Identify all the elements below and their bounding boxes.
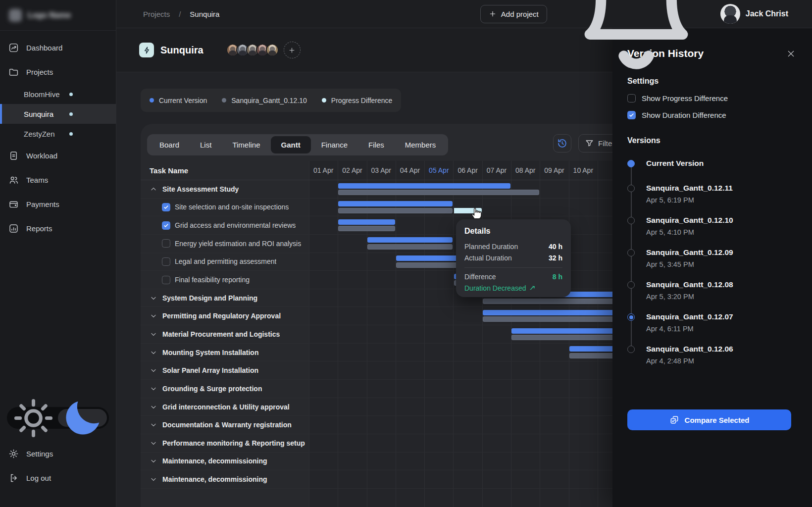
task-label-cell: Final feasibility reporting <box>141 271 309 289</box>
version-radio[interactable] <box>627 249 635 256</box>
task-label-cell: Grid interconnection & Utility approval <box>141 398 309 416</box>
sidebar-item-label: Settings <box>26 450 53 458</box>
sidebar-project-zestyzen[interactable]: ZestyZen <box>0 124 116 144</box>
version-radio[interactable] <box>627 217 635 224</box>
chevron-down-icon[interactable] <box>150 366 157 374</box>
current-version-bar[interactable] <box>338 219 395 225</box>
current-version-bar[interactable] <box>511 328 614 334</box>
chevron-down-icon[interactable] <box>150 475 157 483</box>
gantt-legend: Current VersionSanquira_Gantt_0.12.10Pro… <box>141 89 401 112</box>
version-radio[interactable] <box>627 346 635 353</box>
compare-selected-button[interactable]: Compare Selected <box>627 409 791 430</box>
setting-show-duration-difference[interactable]: Show Duration Difference <box>627 111 797 119</box>
version-entry[interactable]: Current Version <box>627 158 797 169</box>
theme-light-option[interactable] <box>9 409 58 427</box>
current-version-bar[interactable] <box>483 310 614 315</box>
duration-decreased-note: Duration Decreased <box>464 283 562 294</box>
trend-up-icon <box>529 285 536 292</box>
current-version-bar[interactable] <box>569 346 614 352</box>
chevron-up-icon[interactable] <box>150 185 157 193</box>
bar-details-tooltip: Details Planned Duration 40 h Actual Dur… <box>456 219 571 297</box>
sidebar-item-teams[interactable]: Teams <box>0 168 116 192</box>
task-name: Legal and permitting assessment <box>175 257 276 265</box>
task-checkbox[interactable] <box>162 276 170 284</box>
compared-version-bar[interactable] <box>483 299 614 304</box>
sidebar-item-payments[interactable]: Payments <box>0 192 116 216</box>
version-radio-selected[interactable] <box>627 313 635 321</box>
version-name: Current Version <box>646 158 704 169</box>
user-menu[interactable]: Jack Christ <box>720 4 788 24</box>
chevron-down-icon[interactable] <box>150 457 157 465</box>
sidebar-item-workload[interactable]: Workload <box>0 144 116 168</box>
sidebar-footer: SettingsLog out <box>0 442 116 507</box>
tab-gantt[interactable]: Gantt <box>271 136 311 153</box>
task-name: Grid access and environmental reviews <box>175 221 296 229</box>
sidebar-project-sunquira[interactable]: Sunquira <box>0 104 116 124</box>
version-entry[interactable]: Sanquira_Gantt_0.12.08Apr 5, 3:20 PM <box>627 279 797 301</box>
compared-version-bar[interactable] <box>367 244 453 250</box>
tab-members[interactable]: Members <box>395 136 447 153</box>
compared-version-bar[interactable] <box>338 226 395 231</box>
task-name: Permitting and Regulatory Approval <box>162 312 281 320</box>
sidebar-item-projects[interactable]: Projects <box>0 60 116 84</box>
chevron-down-icon[interactable] <box>150 439 157 447</box>
chevron-down-icon[interactable] <box>150 421 157 429</box>
task-checkbox[interactable] <box>162 239 170 248</box>
legend-dot <box>322 98 326 102</box>
tab-board[interactable]: Board <box>149 136 190 153</box>
task-checkbox[interactable] <box>162 221 170 230</box>
version-history-button[interactable] <box>553 134 571 152</box>
version-name: Sanquira_Gantt_0.12.08 <box>646 279 733 290</box>
chevron-down-icon[interactable] <box>150 349 157 356</box>
notifications-button[interactable] <box>562 0 710 88</box>
chevron-down-icon[interactable] <box>150 294 157 302</box>
version-entry[interactable]: Sanquira_Gantt_0.12.06Apr 4, 2:48 PM <box>627 344 797 365</box>
member-avatar[interactable] <box>266 44 279 56</box>
version-entry[interactable]: Sanquira_Gantt_0.12.11Apr 5, 6:19 PM <box>627 183 797 204</box>
teams-icon <box>8 175 19 185</box>
add-member-button[interactable] <box>284 42 301 58</box>
version-entry[interactable]: Sanquira_Gantt_0.12.10Apr 5, 4:10 PM <box>627 215 797 236</box>
sidebar-nav: DashboardProjects <box>0 31 116 84</box>
chevron-down-icon[interactable] <box>150 312 157 320</box>
chevron-down-icon[interactable] <box>150 330 157 338</box>
current-version-bar[interactable] <box>338 183 510 189</box>
version-radio[interactable] <box>627 185 635 192</box>
sidebar-item-log-out[interactable]: Log out <box>0 466 116 490</box>
theme-dark-option[interactable] <box>58 409 107 427</box>
version-radio-current[interactable] <box>627 160 635 167</box>
pointer-cursor <box>469 205 483 220</box>
version-radio[interactable] <box>627 281 635 289</box>
setting-show-progress-difference[interactable]: Show Progress Difference <box>627 94 797 102</box>
chevron-down-icon[interactable] <box>150 403 157 411</box>
version-entry[interactable]: Sanquira_Gantt_0.12.07Apr 4, 6:11 PM <box>627 311 797 333</box>
current-version-bar[interactable] <box>338 201 453 206</box>
chevron-down-icon[interactable] <box>150 385 157 393</box>
version-text: Sanquira_Gantt_0.12.07Apr 4, 6:11 PM <box>646 311 733 333</box>
sidebar-project-bloomhive[interactable]: BloomHive <box>0 84 116 104</box>
tab-finance[interactable]: Finance <box>311 136 358 153</box>
compared-version-bar[interactable] <box>511 335 614 340</box>
sidebar-item-reports[interactable]: Reports <box>0 216 116 241</box>
add-project-button[interactable]: Add project <box>480 5 547 23</box>
setting-checkbox[interactable] <box>627 94 636 102</box>
compared-version-bar[interactable] <box>338 208 453 213</box>
task-checkbox[interactable] <box>162 257 170 266</box>
tab-files[interactable]: Files <box>358 136 395 153</box>
tab-timeline[interactable]: Timeline <box>222 136 270 153</box>
current-version-bar[interactable] <box>367 237 453 243</box>
task-name: Documentation & Warranty registration <box>162 421 292 429</box>
sidebar-item-settings[interactable]: Settings <box>0 442 116 466</box>
tab-list[interactable]: List <box>190 136 222 153</box>
compared-version-bar[interactable] <box>569 353 614 358</box>
task-checkbox[interactable] <box>162 203 170 211</box>
setting-checkbox[interactable] <box>627 111 636 119</box>
compared-version-bar[interactable] <box>338 190 539 195</box>
version-entry[interactable]: Sanquira_Gantt_0.12.09Apr 5, 3:45 PM <box>627 247 797 268</box>
task-name: Performance monitoring & Reporting setup <box>162 439 305 447</box>
planned-duration-value: 40 h <box>549 241 562 253</box>
sidebar-item-dashboard[interactable]: Dashboard <box>0 36 116 60</box>
breadcrumb-parent[interactable]: Projects <box>143 10 170 18</box>
compared-version-bar[interactable] <box>483 316 614 322</box>
legend-item: Sanquira_Gantt_0.12.10 <box>222 97 307 104</box>
